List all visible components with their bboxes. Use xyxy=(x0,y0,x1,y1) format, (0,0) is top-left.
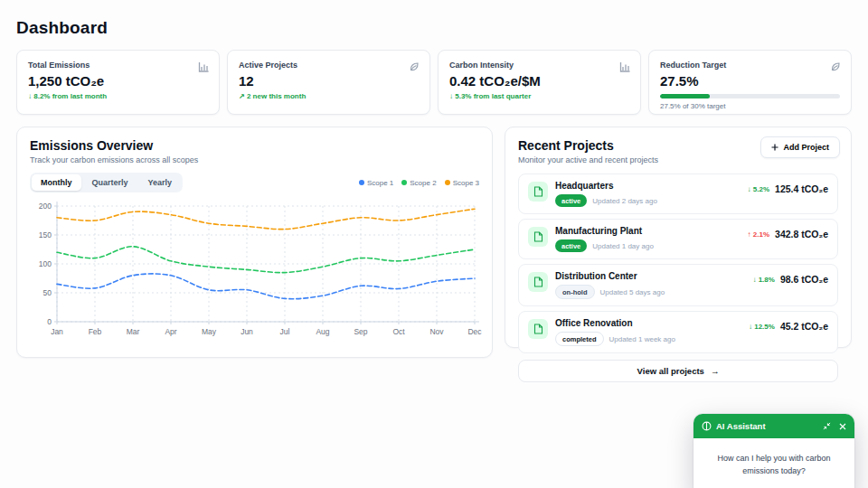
bar-chart-icon xyxy=(619,60,630,76)
svg-text:Sep: Sep xyxy=(354,327,367,336)
emissions-line-chart: 050100150200JanFebMarAprMayJunJulAugSepO… xyxy=(30,195,486,351)
svg-text:Dec: Dec xyxy=(467,327,482,336)
view-all-projects-button[interactable]: View all projects → xyxy=(518,360,838,382)
assistant-title: AI Assistant xyxy=(716,421,766,431)
stat-delta: ↗ 2 new this month xyxy=(239,92,419,100)
svg-text:Jul: Jul xyxy=(280,327,290,336)
project-updated: Updated 1 week ago xyxy=(609,335,675,343)
status-badge: active xyxy=(555,194,587,207)
add-project-label: Add Project xyxy=(783,143,829,152)
recent-projects-panel: Recent Projects Monitor your active and … xyxy=(505,127,852,348)
svg-text:150: 150 xyxy=(39,230,52,239)
legend-scope-2: Scope 2 xyxy=(401,179,436,187)
status-badge: on-hold xyxy=(555,285,595,299)
dashboard-page: Dashboard Total Emissions 1,250 tCO₂e ↓ … xyxy=(0,0,868,488)
file-icon xyxy=(528,272,548,292)
tab-quarterly[interactable]: Quarterly xyxy=(83,174,137,191)
reduction-progress-fill xyxy=(660,94,710,99)
stat-card-total-emissions: Total Emissions 1,250 tCO₂e ↓ 8.2% from … xyxy=(16,50,220,115)
chart-legend: Scope 1 Scope 2 Scope 3 xyxy=(359,179,479,187)
scope2-dot-icon xyxy=(401,180,407,185)
project-name: Distribution Center xyxy=(555,271,665,281)
svg-text:100: 100 xyxy=(39,259,52,268)
project-updated: Updated 5 days ago xyxy=(600,288,665,296)
plus-icon xyxy=(771,144,778,151)
reduction-progress-track xyxy=(660,94,840,99)
tab-monthly[interactable]: Monthly xyxy=(32,174,81,191)
leaf-icon xyxy=(409,60,420,76)
emissions-subtitle: Track your carbon emissions across all s… xyxy=(30,155,479,164)
view-all-label: View all projects xyxy=(637,366,704,376)
scope1-dot-icon xyxy=(359,180,364,185)
progress-caption: 27.5% of 30% target xyxy=(660,102,840,110)
assistant-message: How can I help you with carbon emissions… xyxy=(693,438,854,478)
ai-assistant-widget: AI Assistant How can I help you with car… xyxy=(693,414,854,488)
file-icon xyxy=(528,227,548,247)
svg-text:Nov: Nov xyxy=(429,327,444,336)
stat-value: 1,250 tCO₂e xyxy=(28,73,208,89)
legend-label: Scope 2 xyxy=(410,179,436,187)
page-title: Dashboard xyxy=(16,18,108,38)
project-name: Office Renovation xyxy=(555,318,675,328)
project-name: Headquarters xyxy=(555,181,657,191)
svg-text:Mar: Mar xyxy=(127,327,140,336)
stat-label: Reduction Target xyxy=(660,61,840,70)
stat-label: Active Projects xyxy=(239,61,419,70)
legend-label: Scope 3 xyxy=(453,179,479,187)
svg-text:0: 0 xyxy=(47,317,52,326)
close-icon[interactable] xyxy=(839,423,846,430)
project-delta: ↓ 12.5% xyxy=(749,323,775,331)
tab-yearly[interactable]: Yearly xyxy=(139,174,182,191)
svg-text:Oct: Oct xyxy=(392,327,405,336)
project-delta: ↓ 1.8% xyxy=(752,276,774,284)
stat-label: Carbon Intensity xyxy=(449,61,629,70)
svg-text:50: 50 xyxy=(43,288,52,297)
project-delta: ↑ 2.1% xyxy=(748,230,769,239)
status-badge: completed xyxy=(555,332,604,346)
svg-text:200: 200 xyxy=(39,202,52,211)
project-row-office-renovation[interactable]: Office Renovation completed Updated 1 we… xyxy=(518,311,838,353)
legend-label: Scope 1 xyxy=(367,179,393,187)
stat-card-carbon-intensity: Carbon Intensity 0.42 tCO₂e/$M ↓ 5.3% fr… xyxy=(438,50,641,115)
bar-chart-icon xyxy=(198,60,209,76)
legend-scope-1: Scope 1 xyxy=(359,179,393,187)
period-tab-group: Monthly Quarterly Yearly xyxy=(30,173,183,192)
stat-card-active-projects: Active Projects 12 ↗ 2 new this month xyxy=(227,50,430,115)
project-list: Headquarters active Updated 2 days ago ↓… xyxy=(518,174,838,353)
minimize-icon[interactable] xyxy=(823,422,831,430)
status-badge: active xyxy=(555,239,587,252)
project-name: Manufacturing Plant xyxy=(555,226,654,236)
project-row-distribution-center[interactable]: Distribution Center on-hold Updated 5 da… xyxy=(518,264,838,306)
project-value: 342.8 tCO₂e xyxy=(775,229,828,239)
file-icon xyxy=(528,319,548,339)
stat-value: 27.5% xyxy=(660,73,840,89)
stat-delta: ↓ 8.2% from last month xyxy=(28,92,208,100)
file-icon xyxy=(528,182,548,202)
project-delta: ↓ 5.2% xyxy=(748,185,769,193)
leaf-icon xyxy=(830,60,841,76)
svg-text:Jan: Jan xyxy=(51,327,63,336)
arrow-right-icon: → xyxy=(711,366,720,376)
project-row-headquarters[interactable]: Headquarters active Updated 2 days ago ↓… xyxy=(518,174,838,214)
svg-text:Apr: Apr xyxy=(165,327,176,336)
project-row-manufacturing-plant[interactable]: Manufacturing Plant active Updated 1 day… xyxy=(518,219,838,259)
svg-text:Jun: Jun xyxy=(241,327,253,336)
svg-text:Aug: Aug xyxy=(316,327,329,336)
ai-assistant-header[interactable]: AI Assistant xyxy=(693,414,854,438)
chart-toolbar: Monthly Quarterly Yearly Scope 1 Scope 2… xyxy=(30,173,479,192)
stat-card-reduction-target: Reduction Target 27.5% 27.5% of 30% targ… xyxy=(648,50,852,115)
project-updated: Updated 1 day ago xyxy=(592,242,654,250)
project-value: 125.4 tCO₂e xyxy=(775,183,828,194)
project-value: 98.6 tCO₂e xyxy=(780,274,828,285)
stat-label: Total Emissions xyxy=(28,61,208,70)
assistant-bot-icon xyxy=(702,421,712,431)
add-project-button[interactable]: Add Project xyxy=(760,136,840,158)
scope3-dot-icon xyxy=(445,180,450,185)
project-value: 45.2 tCO₂e xyxy=(780,321,828,332)
svg-text:May: May xyxy=(202,327,217,336)
stat-delta: ↓ 5.3% from last quarter xyxy=(449,92,629,100)
project-updated: Updated 2 days ago xyxy=(592,197,657,205)
stat-value: 12 xyxy=(239,73,419,89)
legend-scope-3: Scope 3 xyxy=(445,179,479,187)
emissions-title: Emissions Overview xyxy=(30,138,479,153)
